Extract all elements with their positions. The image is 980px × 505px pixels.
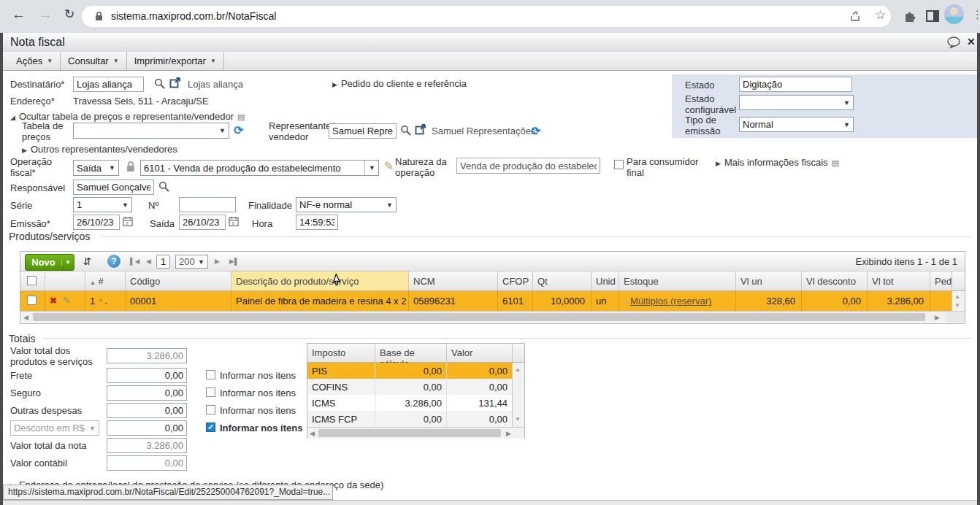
menu-consultar[interactable]: Consultar▼: [61, 52, 127, 70]
page-next-icon[interactable]: ▶: [215, 256, 220, 266]
header-pedido[interactable]: Pedi: [930, 271, 952, 291]
destinatario-input[interactable]: [73, 77, 144, 92]
finalidade-select[interactable]: NF-e normal▼: [296, 197, 397, 212]
representante-link[interactable]: Samuel Representações: [432, 126, 535, 136]
row-descricao-cell[interactable]: Painel de fibra de madeira e resina 4 x …: [231, 291, 408, 311]
estado-configuravel-select[interactable]: ▼: [739, 95, 854, 110]
row-cfop-cell[interactable]: 6101: [497, 291, 532, 311]
reload-icon[interactable]: ↻: [64, 8, 74, 21]
row-vl-desconto-cell[interactable]: 0,00: [801, 291, 867, 311]
base-calculo-header[interactable]: Base de cálculo: [375, 344, 446, 363]
hora-input[interactable]: [296, 215, 338, 230]
novo-button[interactable]: Novo▼: [25, 254, 74, 271]
tabela-precos-select[interactable]: ▼: [73, 123, 229, 139]
seguro-input[interactable]: [107, 385, 187, 401]
bookmark-star-icon[interactable]: ☆: [875, 7, 886, 23]
calendar-icon[interactable]: 8: [123, 216, 133, 227]
scroll-left-icon[interactable]: ◀: [23, 314, 28, 321]
emissao-input[interactable]: [73, 215, 120, 230]
address-bar[interactable]: sistema.maxiprod.com.br/NotaFiscal ☆: [82, 6, 891, 27]
row-codigo-cell[interactable]: 00001: [125, 291, 231, 311]
menu-imprimir-exportar[interactable]: Imprimir/exportar▼: [127, 52, 224, 70]
para-consumidor-checkbox[interactable]: [614, 160, 624, 169]
multiplos-reservar-link[interactable]: Múltiplos (reservar): [630, 296, 711, 307]
imposto-row-base[interactable]: 3.286,00: [375, 395, 446, 411]
scroll-up-icon[interactable]: ▲: [515, 367, 521, 373]
header-descricao[interactable]: Descrição do produto/serviço: [231, 271, 408, 291]
header-qt[interactable]: Qt: [532, 271, 591, 291]
calendar-icon[interactable]: 8: [229, 216, 239, 227]
move-down-icon[interactable]: ⌄: [103, 298, 109, 306]
open-external-icon[interactable]: [169, 77, 181, 88]
header-codigo[interactable]: Código: [125, 271, 231, 291]
header-vl-un[interactable]: Vl un: [735, 271, 801, 291]
page-prev-icon[interactable]: ◀: [146, 256, 151, 266]
row-vl-un-cell[interactable]: 328,60: [735, 291, 801, 311]
impostos-horizontal-scrollbar[interactable]: ◀ ▶: [307, 427, 524, 439]
numero-input[interactable]: [179, 197, 236, 212]
grid-horizontal-scrollbar[interactable]: ◀ ▶: [20, 311, 965, 323]
menu-acoes[interactable]: Ações▼: [9, 52, 61, 70]
help-icon[interactable]: ?: [107, 255, 120, 268]
scroll-left-icon[interactable]: ◀: [310, 430, 315, 437]
estado-input[interactable]: [739, 77, 852, 92]
imposto-row-valor[interactable]: 0,00: [446, 411, 512, 427]
imposto-row-nome[interactable]: COFINS: [307, 379, 375, 395]
page-number-input[interactable]: [156, 255, 170, 269]
search-icon[interactable]: [154, 78, 165, 89]
valor-header[interactable]: Valor: [446, 344, 512, 363]
row-vl-tot-cell[interactable]: 3.286,00: [867, 291, 930, 311]
pedido-cliente-toggle[interactable]: ▶Pedido do cliente e referência: [332, 78, 467, 90]
comment-icon[interactable]: [947, 36, 961, 48]
outras-informar-checkbox[interactable]: [206, 405, 215, 415]
header-estoque[interactable]: Estoque: [619, 271, 735, 291]
imposto-row-valor[interactable]: 0,00: [446, 363, 512, 379]
open-external-icon[interactable]: [415, 123, 426, 135]
serie-select[interactable]: 1▼: [73, 197, 132, 212]
header-cfop[interactable]: CFOP: [497, 271, 532, 291]
natureza-operacao-input[interactable]: [456, 158, 600, 174]
responsavel-input[interactable]: [73, 180, 154, 195]
chrome-menu-icon[interactable]: ⋮: [972, 8, 980, 21]
imposto-row-nome[interactable]: ICMS: [307, 395, 375, 411]
page-first-icon[interactable]: ▌◀: [130, 256, 139, 266]
profile-avatar[interactable]: [944, 4, 964, 24]
refresh-icon[interactable]: ⟳: [531, 126, 540, 137]
frete-informar-checkbox[interactable]: [206, 370, 215, 379]
scroll-up-icon[interactable]: ▲: [954, 294, 960, 300]
search-icon[interactable]: [158, 181, 169, 192]
representante-input[interactable]: [329, 123, 397, 139]
scroll-down-icon[interactable]: ▼: [954, 303, 960, 309]
share-icon[interactable]: [849, 10, 861, 23]
seguro-informar-checkbox[interactable]: [206, 388, 215, 397]
mais-informacoes-toggle[interactable]: ▶Mais informações fiscais▤: [716, 157, 839, 169]
desconto-input[interactable]: [107, 420, 187, 436]
imposto-row-base[interactable]: 0,00: [375, 411, 446, 427]
header-num[interactable]: ▲ #: [85, 271, 125, 291]
extensions-icon[interactable]: [903, 9, 916, 23]
grid-refresh-icon[interactable]: ⇆: [82, 257, 93, 266]
imposto-row-base[interactable]: 0,00: [375, 379, 446, 395]
impostos-vertical-scrollbar[interactable]: ▲ ▼: [512, 363, 524, 427]
back-icon[interactable]: ←: [12, 8, 26, 21]
desconto-tipo-select[interactable]: Desconto em R$▼: [10, 420, 99, 436]
delete-row-icon[interactable]: ✖: [50, 296, 57, 306]
cfop-select[interactable]: 6101 - Venda de produção do estabelecime…: [140, 160, 379, 176]
grid-vertical-scrollbar[interactable]: ▲ ▼: [952, 291, 965, 311]
imposto-header[interactable]: Imposto: [307, 344, 375, 363]
imposto-row-valor[interactable]: 131,44: [446, 395, 512, 411]
tipo-emissao-select[interactable]: Normal▼: [739, 117, 854, 132]
edit-pencil-icon[interactable]: ✎: [384, 159, 394, 173]
imposto-row-nome[interactable]: ICMS FCP: [307, 411, 375, 427]
imposto-row-nome[interactable]: PIS: [307, 363, 375, 379]
frete-input[interactable]: [107, 368, 187, 383]
search-icon[interactable]: [400, 125, 411, 136]
imposto-row-valor[interactable]: 0,00: [446, 379, 512, 395]
destinatario-link[interactable]: Lojas aliança: [188, 79, 243, 90]
header-vl-desconto[interactable]: Vl desconto: [801, 271, 867, 291]
header-ncm[interactable]: NCM: [408, 271, 497, 291]
header-unid[interactable]: Unid: [591, 271, 619, 291]
row-checkbox[interactable]: [27, 296, 37, 305]
refresh-icon[interactable]: ⟳: [234, 125, 243, 136]
header-vl-tot[interactable]: Vl tot: [867, 271, 930, 291]
